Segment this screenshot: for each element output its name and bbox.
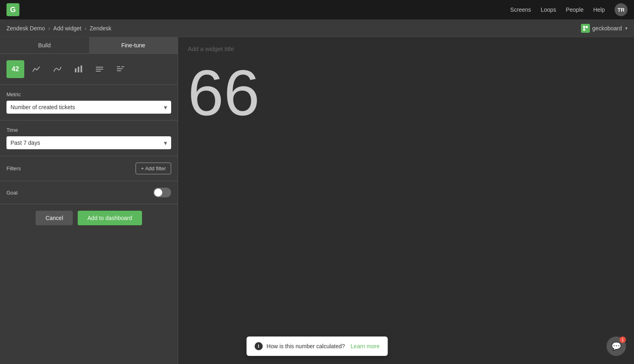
breadcrumb-sep-1: › [48,25,50,32]
svg-rect-1 [585,26,587,28]
svg-rect-7 [96,69,103,70]
geckoboard-branding: geckoboard ▾ [581,24,628,33]
breadcrumb-item-1[interactable]: Zendesk Demo [6,25,45,32]
nav-people[interactable]: People [566,6,584,13]
tab-row: Build Fine-tune [0,37,178,54]
breadcrumb-bar: Zendesk Demo › Add widget › Zendesk geck… [0,19,634,37]
goal-toggle[interactable] [153,188,171,197]
svg-rect-0 [583,26,585,28]
app-logo[interactable]: G [6,3,19,16]
svg-rect-9 [117,66,120,67]
time-section: Time Past 7 days Past 30 days This week … [0,121,178,156]
widget-number-display: 66 [178,52,634,133]
nav-help[interactable]: Help [593,6,605,13]
chart-type-bar[interactable] [70,60,87,78]
breadcrumb-sep-2: › [85,25,87,32]
tab-finetune[interactable]: Fine-tune [89,37,178,53]
metric-label: Metric [6,91,171,97]
chat-icon: 💬 [611,341,621,351]
chart-type-line[interactable] [28,60,45,78]
add-filter-button[interactable]: + Add filter [136,163,171,174]
nav-screens[interactable]: Screens [510,6,531,13]
time-label: Time [6,127,171,133]
metric-section: Metric Number of created tickets Number … [0,85,178,121]
goal-label: Goal [6,190,17,196]
geckoboard-logo-icon [581,24,590,33]
preview-panel: Add a widget title 66 [178,37,634,364]
time-select[interactable]: Past 7 days Past 30 days This week This … [6,136,171,149]
metric-select-wrapper: Number of created tickets Number of solv… [6,101,171,114]
filters-section: Filters + Add filter [0,156,178,181]
geckoboard-dropdown-arrow[interactable]: ▾ [625,25,628,31]
chart-type-curve[interactable] [49,60,66,78]
geckoboard-label: geckoboard [592,25,622,32]
cancel-button[interactable]: Cancel [36,211,73,225]
action-row: Cancel Add to dashboard [0,204,178,232]
svg-rect-6 [96,67,103,68]
metric-select[interactable]: Number of created tickets Number of solv… [6,101,171,114]
time-select-wrapper: Past 7 days Past 30 days This week This … [6,136,171,149]
top-nav: G Screens Loops People Help TR [0,0,634,19]
number-icon-label: 42 [12,66,19,73]
svg-rect-3 [75,68,76,72]
breadcrumb-item-2[interactable]: Add widget [53,25,81,32]
toast-message: How is this number calculated? [267,343,345,349]
svg-rect-8 [96,71,101,72]
nav-right: Screens Loops People Help TR [510,3,628,16]
left-panel: Build Fine-tune 42 [0,37,178,364]
widget-title-placeholder[interactable]: Add a widget title [178,37,634,52]
nav-loops[interactable]: Loops [541,6,556,13]
chart-type-number[interactable]: 42 [6,60,24,78]
svg-rect-11 [117,70,121,71]
svg-rect-12 [121,66,124,67]
chat-button[interactable]: 💬 1 [606,336,626,356]
tab-build[interactable]: Build [0,37,89,53]
chat-badge: 1 [619,336,626,343]
chart-type-selector: 42 [0,54,178,85]
nav-left: G [6,3,19,16]
chart-type-leaderboard[interactable] [112,60,129,78]
filters-label: Filters [6,165,21,171]
svg-rect-2 [583,28,585,30]
toast-learn-more-link[interactable]: Learn more [351,343,380,349]
toast-info-icon: i [254,342,263,350]
user-avatar[interactable]: TR [615,3,628,16]
chart-type-text[interactable] [91,60,108,78]
goal-section: Goal [0,181,178,204]
breadcrumb: Zendesk Demo › Add widget › Zendesk [6,25,111,32]
svg-rect-4 [78,67,79,72]
svg-rect-10 [117,68,123,69]
toast-notification: i How is this number calculated? Learn m… [246,336,388,356]
add-to-dashboard-button[interactable]: Add to dashboard [78,211,142,225]
breadcrumb-item-3[interactable]: Zendesk [90,25,112,32]
main-layout: Build Fine-tune 42 [0,37,634,364]
svg-rect-5 [81,66,82,72]
